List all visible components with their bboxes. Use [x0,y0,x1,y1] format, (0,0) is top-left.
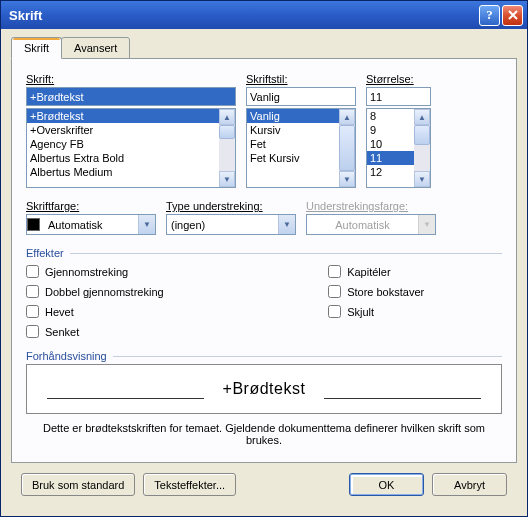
font-list-item[interactable]: +Overskrifter [27,123,219,137]
strike-checkbox[interactable]: Gjennomstreking [26,265,248,278]
style-input[interactable] [246,87,356,106]
tab-font[interactable]: Skrift [11,37,62,59]
titlebar[interactable]: Skrift ? [1,1,527,29]
chevron-down-icon: ▼ [418,215,435,234]
fontcolor-value: Automatisk [44,219,138,231]
size-scrollbar[interactable]: ▲ ▼ [414,109,430,187]
fontcolor-label: Skriftfarge: [26,200,156,212]
close-icon [508,10,518,20]
font-label: Skrift: [26,73,236,85]
size-list-item[interactable]: 12 [367,165,414,179]
fontcolor-dropdown[interactable]: Automatisk ▼ [26,214,156,235]
scroll-thumb[interactable] [339,125,355,171]
style-list-item[interactable]: Kursiv [247,123,339,137]
size-listbox[interactable]: 89101112 ▲ ▼ [366,108,431,188]
font-input[interactable] [26,87,236,106]
description-text: Dette er brødtekstskriften for temaet. G… [26,422,502,446]
tab-advanced-label: Avansert [74,42,117,54]
preview-text: +Brødtekst [223,380,306,398]
scroll-thumb[interactable] [219,125,235,139]
window-title: Skrift [9,8,477,23]
scroll-down-icon[interactable]: ▼ [414,171,430,187]
underlinecolor-label: Understrekingsfarge: [306,200,436,212]
font-list-item[interactable]: +Brødtekst [27,109,219,123]
help-button[interactable]: ? [479,5,500,26]
size-list-item[interactable]: 8 [367,109,414,123]
size-list-item[interactable]: 10 [367,137,414,151]
chevron-down-icon[interactable]: ▼ [138,215,155,234]
tabpage-font: Skrift: +Brødtekst+OverskrifterAgency FB… [11,58,517,463]
allcaps-checkbox[interactable]: Store bokstaver [328,285,502,298]
underlinecolor-dropdown: Automatisk ▼ [306,214,436,235]
scroll-down-icon[interactable]: ▼ [339,171,355,187]
font-list-item[interactable]: Albertus Medium [27,165,219,179]
scroll-up-icon[interactable]: ▲ [414,109,430,125]
tabstrip: Skrift Avansert [11,37,517,59]
sub-checkbox[interactable]: Senket [26,325,248,338]
chevron-down-icon[interactable]: ▼ [278,215,295,234]
set-default-button[interactable]: Bruk som standard [21,473,135,496]
hidden-checkbox[interactable]: Skjult [328,305,502,318]
cancel-button[interactable]: Avbryt [432,473,507,496]
scroll-up-icon[interactable]: ▲ [339,109,355,125]
style-scrollbar[interactable]: ▲ ▼ [339,109,355,187]
underline-dropdown[interactable]: (ingen) ▼ [166,214,296,235]
style-list-item[interactable]: Fet [247,137,339,151]
preview-group-label: Forhåndsvisning [26,350,107,362]
tab-font-label: Skrift [24,42,49,54]
effects-group-label: Effekter [26,247,64,259]
ok-button[interactable]: OK [349,473,424,496]
font-dialog: Skrift ? Skrift Avansert Skrift: +Brødte… [0,0,528,517]
scroll-down-icon[interactable]: ▼ [219,171,235,187]
preview-box: +Brødtekst [26,364,502,414]
smallcaps-checkbox[interactable]: Kapitéler [328,265,502,278]
texteffects-button[interactable]: Teksteffekter... [143,473,236,496]
font-listbox[interactable]: +Brødtekst+OverskrifterAgency FBAlbertus… [26,108,236,188]
underlinecolor-value: Automatisk [307,219,418,231]
style-listbox[interactable]: VanligKursivFetFet Kursiv ▲ ▼ [246,108,356,188]
style-list-item[interactable]: Fet Kursiv [247,151,339,165]
button-bar: Bruk som standard Teksteffekter... OK Av… [11,463,517,506]
scroll-up-icon[interactable]: ▲ [219,109,235,125]
style-label: Skriftstil: [246,73,356,85]
color-swatch-icon [27,218,40,231]
underline-label: Type understreking: [166,200,296,212]
font-scrollbar[interactable]: ▲ ▼ [219,109,235,187]
dstrike-checkbox[interactable]: Dobbel gjennomstreking [26,285,248,298]
size-label: Størrelse: [366,73,431,85]
font-list-item[interactable]: Agency FB [27,137,219,151]
super-checkbox[interactable]: Hevet [26,305,248,318]
font-list-item[interactable]: Albertus Extra Bold [27,151,219,165]
size-input[interactable] [366,87,431,106]
size-list-item[interactable]: 9 [367,123,414,137]
style-list-item[interactable]: Vanlig [247,109,339,123]
underline-value: (ingen) [167,219,278,231]
close-button[interactable] [502,5,523,26]
size-list-item[interactable]: 11 [367,151,414,165]
tab-advanced[interactable]: Avansert [61,37,130,59]
scroll-thumb[interactable] [414,125,430,145]
